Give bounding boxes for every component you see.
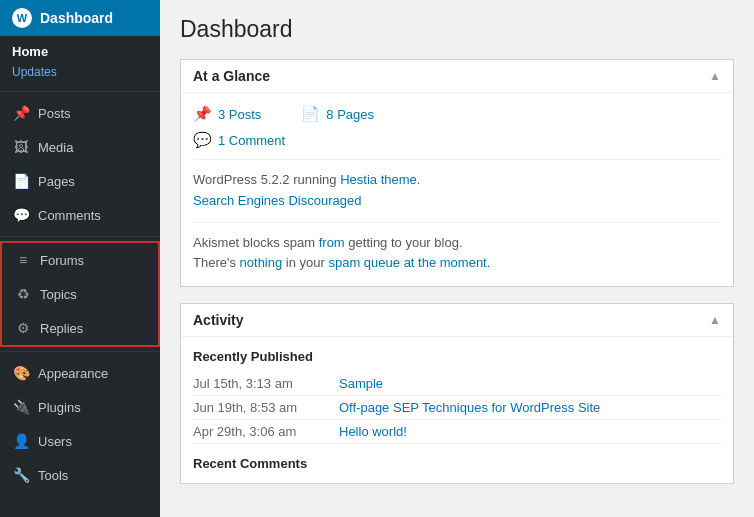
- sidebar-item-media[interactable]: 🖼 Media: [0, 130, 160, 164]
- appearance-icon: 🎨: [12, 364, 30, 382]
- akismet-line1b: getting to your blog.: [345, 235, 463, 250]
- sidebar-item-label: Topics: [40, 287, 77, 302]
- activity-date-2: Apr 29th, 3:06 am: [193, 424, 323, 439]
- pages-count: 8 Pages: [326, 107, 374, 122]
- replies-icon: ⚙: [14, 319, 32, 337]
- wp-info-block: WordPress 5.2.2 running Hestia theme. Se…: [193, 159, 721, 212]
- activity-widget: Activity ▲ Recently Published Jul 15th, …: [180, 303, 734, 484]
- sidebar-item-users[interactable]: 👤 Users: [0, 424, 160, 458]
- activity-row-0: Jul 15th, 3:13 am Sample: [193, 372, 721, 396]
- sidebar-item-tools[interactable]: 🔧 Tools: [0, 458, 160, 492]
- at-a-glance-comments-row: 💬 1 Comment: [193, 131, 721, 149]
- pages-stat-icon: 📄: [301, 105, 320, 123]
- comments-count: 1 Comment: [218, 133, 285, 148]
- users-icon: 👤: [12, 432, 30, 450]
- sidebar-item-label: Replies: [40, 321, 83, 336]
- at-a-glance-title: At a Glance: [193, 68, 270, 84]
- akismet-block: Akismet blocks spam from getting to your…: [193, 222, 721, 275]
- sidebar-home-label[interactable]: Home: [0, 36, 160, 63]
- akismet-line1a: Akismet blocks spam: [193, 235, 319, 250]
- akismet-spam-link[interactable]: spam queue at the moment.: [328, 255, 490, 270]
- sidebar-item-label: Media: [38, 140, 73, 155]
- akismet-nothing: nothing: [240, 255, 283, 270]
- sidebar-item-topics[interactable]: ♻ Topics: [2, 277, 158, 311]
- topics-icon: ♻: [14, 285, 32, 303]
- activity-link-2[interactable]: Hello world!: [339, 424, 407, 439]
- activity-link-0[interactable]: Sample: [339, 376, 383, 391]
- comments-stat[interactable]: 💬 1 Comment: [193, 131, 285, 149]
- comments-icon: 💬: [12, 206, 30, 224]
- sidebar-item-appearance[interactable]: 🎨 Appearance: [0, 356, 160, 390]
- activity-date-1: Jun 19th, 8:53 am: [193, 400, 323, 415]
- posts-stat[interactable]: 📌 3 Posts: [193, 105, 261, 123]
- sidebar-header-label: Dashboard: [40, 10, 113, 26]
- at-a-glance-widget: At a Glance ▲ 📌 3 Posts 📄 8 Pages 💬 1 Co…: [180, 59, 734, 287]
- post-stat-icon: 📌: [193, 105, 212, 123]
- highlighted-group: ≡ Forums ♻ Topics ⚙ Replies: [0, 241, 160, 347]
- sidebar-divider-1: [0, 91, 160, 92]
- sidebar-updates-label[interactable]: Updates: [0, 63, 160, 87]
- at-a-glance-arrow: ▲: [709, 69, 721, 83]
- activity-link-1[interactable]: Off-page SEP Techniques for WordPress Si…: [339, 400, 600, 415]
- sidebar-item-label: Plugins: [38, 400, 81, 415]
- posts-count: 3 Posts: [218, 107, 261, 122]
- akismet-line2b: in your: [282, 255, 328, 270]
- sidebar-header[interactable]: Dashboard: [0, 0, 160, 36]
- page-title: Dashboard: [180, 16, 734, 43]
- recently-published-title: Recently Published: [193, 349, 721, 364]
- at-a-glance-header[interactable]: At a Glance ▲: [181, 60, 733, 93]
- activity-date-0: Jul 15th, 3:13 am: [193, 376, 323, 391]
- sidebar-item-pages[interactable]: 📄 Pages: [0, 164, 160, 198]
- sidebar-item-label: Posts: [38, 106, 71, 121]
- sidebar-item-label: Forums: [40, 253, 84, 268]
- comments-stat-icon: 💬: [193, 131, 212, 149]
- sidebar-item-label: Users: [38, 434, 72, 449]
- recent-comments-title: Recent Comments: [193, 456, 721, 471]
- sidebar-divider-3: [0, 351, 160, 352]
- wp-logo-icon: [12, 8, 32, 28]
- media-icon: 🖼: [12, 138, 30, 156]
- pages-stat[interactable]: 📄 8 Pages: [301, 105, 374, 123]
- activity-row-2: Apr 29th, 3:06 am Hello world!: [193, 420, 721, 444]
- sidebar-item-posts[interactable]: 📌 Posts: [0, 96, 160, 130]
- main-content: Dashboard At a Glance ▲ 📌 3 Posts 📄 8 Pa…: [160, 0, 754, 517]
- sidebar-item-comments[interactable]: 💬 Comments: [0, 198, 160, 232]
- theme-link[interactable]: Hestia theme.: [340, 172, 420, 187]
- posts-icon: 📌: [12, 104, 30, 122]
- sidebar-item-label: Comments: [38, 208, 101, 223]
- wp-info-text: WordPress 5.2.2 running: [193, 172, 337, 187]
- activity-title: Activity: [193, 312, 244, 328]
- pages-icon: 📄: [12, 172, 30, 190]
- sidebar-item-replies[interactable]: ⚙ Replies: [2, 311, 158, 345]
- recently-published-section: Recently Published Jul 15th, 3:13 am Sam…: [193, 349, 721, 444]
- tools-icon: 🔧: [12, 466, 30, 484]
- activity-arrow: ▲: [709, 313, 721, 327]
- sidebar: Dashboard Home Updates 📌 Posts 🖼 Media 📄…: [0, 0, 160, 517]
- sidebar-item-forums[interactable]: ≡ Forums: [2, 243, 158, 277]
- search-engines-link[interactable]: Search Engines Discouraged: [193, 193, 361, 208]
- at-a-glance-body: 📌 3 Posts 📄 8 Pages 💬 1 Comment WordPres…: [181, 93, 733, 286]
- activity-header[interactable]: Activity ▲: [181, 304, 733, 337]
- sidebar-item-label: Tools: [38, 468, 68, 483]
- akismet-from: from: [319, 235, 345, 250]
- activity-row-1: Jun 19th, 8:53 am Off-page SEP Technique…: [193, 396, 721, 420]
- sidebar-item-plugins[interactable]: 🔌 Plugins: [0, 390, 160, 424]
- sidebar-divider-2: [0, 236, 160, 237]
- sidebar-item-label: Appearance: [38, 366, 108, 381]
- sidebar-item-label: Pages: [38, 174, 75, 189]
- akismet-line2a: There's: [193, 255, 240, 270]
- plugins-icon: 🔌: [12, 398, 30, 416]
- at-a-glance-stats-row: 📌 3 Posts 📄 8 Pages: [193, 105, 721, 123]
- forums-icon: ≡: [14, 251, 32, 269]
- activity-body: Recently Published Jul 15th, 3:13 am Sam…: [181, 337, 733, 483]
